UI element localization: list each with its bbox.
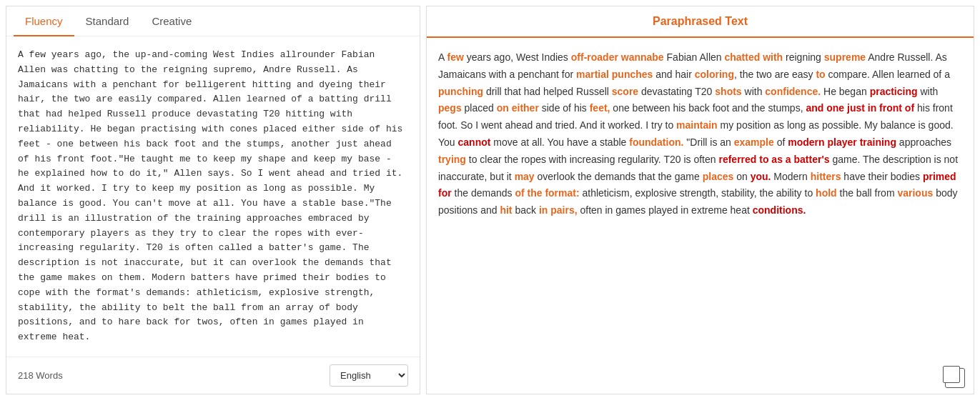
- copy-button[interactable]: [945, 368, 965, 388]
- word-count: 218 Words: [18, 370, 63, 381]
- highlight-confidence: confidence.: [765, 86, 821, 97]
- highlight-on-either: on either: [497, 102, 539, 114]
- highlight-you: you.: [751, 171, 771, 182]
- highlight-referred: referred to as a batter's: [718, 154, 829, 165]
- highlight-to: to: [816, 69, 825, 80]
- highlight-feet: feet,: [590, 102, 610, 114]
- highlight-chatted: chatted with: [725, 51, 783, 63]
- highlight-pegs: pegs: [438, 102, 462, 114]
- highlight-martial: martial punches: [576, 69, 653, 80]
- right-footer: [427, 362, 974, 394]
- highlight-practicing: practicing: [870, 86, 918, 97]
- highlight-hit: hit: [500, 204, 512, 216]
- left-panel: Fluency Standard Creative A few years ag…: [6, 6, 420, 394]
- highlight-foundation: foundation.: [629, 136, 683, 148]
- highlight-in-pairs: in pairs,: [539, 204, 578, 216]
- highlight-various: various: [897, 187, 933, 199]
- highlight-places: places: [703, 171, 734, 182]
- language-select[interactable]: English Spanish French German Italian: [330, 364, 408, 387]
- highlight-shots: shots: [715, 86, 741, 97]
- tab-fluency[interactable]: Fluency: [14, 6, 74, 36]
- highlight-modern-player: modern player training: [788, 136, 896, 148]
- highlight-of-the-format: of the format:: [515, 187, 579, 199]
- highlight-example: example: [734, 136, 774, 148]
- highlight-few: few: [447, 51, 463, 63]
- highlight-conditions: conditions.: [753, 204, 806, 216]
- left-footer: 218 Words English Spanish French German …: [6, 357, 420, 394]
- highlight-may: may: [515, 171, 535, 182]
- highlight-punching: punching: [438, 86, 483, 97]
- highlight-maintain: maintain: [676, 119, 718, 131]
- paraphrased-text: A few years ago, West Indies off-roader …: [427, 38, 974, 362]
- highlight-cannot: cannot: [458, 136, 491, 148]
- tab-standard[interactable]: Standard: [74, 6, 141, 36]
- highlight-trying: trying: [438, 154, 466, 165]
- highlight-off-roader: off-roader wannabe: [571, 51, 664, 63]
- highlight-and-one: and one just in front of: [806, 102, 914, 114]
- right-panel-title: Paraphrased Text: [427, 6, 974, 38]
- highlight-score: score: [612, 86, 638, 97]
- tabs-bar: Fluency Standard Creative: [6, 6, 420, 36]
- highlight-supreme: supreme: [824, 51, 866, 63]
- tab-creative[interactable]: Creative: [140, 6, 203, 36]
- highlight-hold: hold: [816, 187, 837, 199]
- right-panel: Paraphrased Text A few years ago, West I…: [426, 6, 974, 394]
- highlight-hitters: hitters: [811, 171, 841, 182]
- input-text-area[interactable]: A few years ago, the up-and-coming West …: [6, 36, 420, 357]
- highlight-coloring: coloring: [695, 69, 734, 80]
